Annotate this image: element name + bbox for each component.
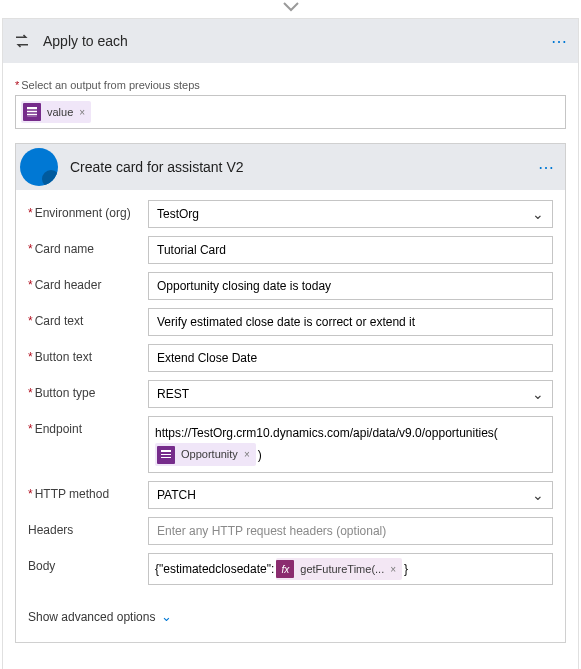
chevron-down-icon: ⌄ [532,206,544,222]
cardtext-value: Verify estimated close date is correct o… [157,315,415,329]
svg-rect-4 [161,450,171,452]
cardtext-label: Card text [28,308,148,328]
btntext-value: Extend Close Date [157,351,257,365]
httpmethod-label: HTTP method [28,481,148,501]
value-chip-remove[interactable]: × [79,107,85,118]
env-value: TestOrg [157,207,199,221]
env-label: Environment (org) [28,200,148,220]
add-action-button[interactable]: Add an action [15,643,566,669]
cardheader-value: Opportunity closing date is today [157,279,331,293]
inner-menu-button[interactable]: ⋯ [538,158,555,177]
headers-placeholder: Enter any HTTP request headers (optional… [157,524,386,538]
chevron-down-icon [282,0,300,14]
opportunity-chip-remove[interactable]: × [244,446,250,463]
prev-output-label: Select an output from previous steps [15,79,566,91]
svg-rect-2 [27,111,37,112]
show-advanced-options[interactable]: Show advanced options ⌄ [16,597,565,642]
svg-rect-3 [27,114,37,115]
btntype-label: Button type [28,380,148,400]
chevron-down-icon: ⌄ [532,386,544,402]
endpoint-closing: ) [258,445,262,465]
httpmethod-select[interactable]: PATCH ⌄ [148,481,553,509]
cardheader-label: Card header [28,272,148,292]
body-prefix: {"estimatedclosedate": [155,562,274,576]
advanced-label: Show advanced options [28,610,155,624]
chevron-down-icon: ⌄ [532,487,544,503]
loop-icon [13,32,31,50]
btntext-input[interactable]: Extend Close Date [148,344,553,372]
apply-to-each-header[interactable]: Apply to each ⋯ [3,19,578,63]
btntype-select[interactable]: REST ⌄ [148,380,553,408]
body-suffix: } [404,562,408,576]
headers-input[interactable]: Enter any HTTP request headers (optional… [148,517,553,545]
create-card-action: Create card for assistant V2 ⋯ Environme… [15,143,566,643]
cardname-value: Tutorial Card [157,243,226,257]
cardname-input[interactable]: Tutorial Card [148,236,553,264]
btntext-label: Button text [28,344,148,364]
endpoint-input[interactable]: https://TestOrg.crm10.dynamics.com/api/d… [148,416,553,473]
outer-menu-button[interactable]: ⋯ [551,32,568,51]
create-card-title: Create card for assistant V2 [70,159,538,175]
cardheader-input[interactable]: Opportunity closing date is today [148,272,553,300]
svg-rect-6 [161,457,171,458]
prev-output-input[interactable]: value × [15,95,566,129]
body-input[interactable]: {"estimatedclosedate": fx getFutureTime(… [148,553,553,585]
body-label: Body [28,553,148,573]
cardtext-input[interactable]: Verify estimated close date is correct o… [148,308,553,336]
svg-rect-5 [161,454,171,455]
chevron-down-icon: ⌄ [161,609,172,624]
svg-rect-1 [27,107,37,109]
fx-icon: fx [276,560,294,578]
apply-to-each-title: Apply to each [43,33,551,49]
value-chip[interactable]: value × [21,101,91,123]
btntype-value: REST [157,387,189,401]
cardname-label: Card name [28,236,148,256]
httpmethod-value: PATCH [157,488,196,502]
fx-chip[interactable]: fx getFutureTime(... × [276,558,402,580]
opportunity-chip[interactable]: Opportunity × [155,443,256,466]
headers-label: Headers [28,517,148,537]
value-chip-label: value [47,106,73,118]
create-card-header[interactable]: Create card for assistant V2 ⋯ [16,144,565,190]
fx-label: getFutureTime(... [300,563,384,575]
endpoint-url: https://TestOrg.crm10.dynamics.com/api/d… [155,423,546,443]
table-icon [157,446,175,464]
table-icon [23,103,41,121]
fx-chip-remove[interactable]: × [390,564,396,575]
endpoint-label: Endpoint [28,416,148,436]
opportunity-chip-label: Opportunity [181,445,238,464]
apply-to-each-card: Apply to each ⋯ Select an output from pr… [2,18,579,669]
assistant-icon [20,148,58,186]
env-select[interactable]: TestOrg ⌄ [148,200,553,228]
